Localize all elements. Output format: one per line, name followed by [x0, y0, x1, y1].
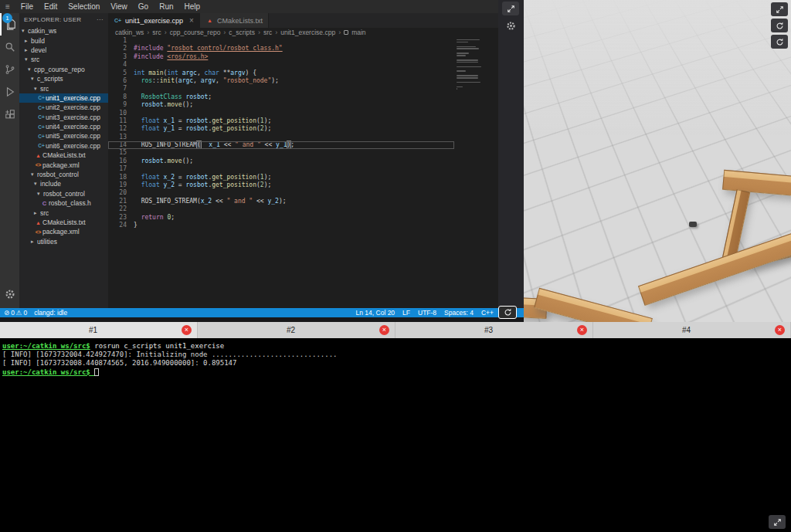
- tree-file-unit5-exercise-cpp[interactable]: C+unit5_exercise.cpp: [19, 131, 108, 141]
- reset-simulation-button[interactable]: [771, 35, 788, 49]
- menu-item-selection[interactable]: Selection: [63, 2, 105, 11]
- files-icon[interactable]: 1: [0, 13, 19, 36]
- settings-gear-icon[interactable]: [502, 19, 519, 32]
- tree-folder-src[interactable]: ▾src: [19, 83, 108, 93]
- chevron-right-icon: ▸: [34, 210, 40, 216]
- tree-folder-src[interactable]: ▸src: [19, 208, 108, 217]
- tree-file-unit3-exercise-cpp[interactable]: C+unit3_exercise.cpp: [19, 113, 108, 122]
- breadcrumb-item-0[interactable]: catkin_ws: [115, 29, 144, 36]
- terminal-panel[interactable]: user:~/catkin_ws/src$ rosrun c_scripts u…: [0, 338, 791, 532]
- code-line-3[interactable]: 3#include <ros/ros.h>: [108, 53, 454, 61]
- breadcrumb-item-1[interactable]: src: [152, 29, 161, 36]
- settings-gear-icon[interactable]: [0, 283, 19, 305]
- search-icon[interactable]: [0, 36, 19, 58]
- tree-folder-devel[interactable]: ▸devel: [19, 46, 108, 55]
- code-line-8[interactable]: 8 RosbotClass rosbot;: [108, 93, 454, 101]
- extensions-icon[interactable]: [0, 103, 19, 125]
- menu-item-run[interactable]: Run: [154, 2, 178, 11]
- tree-file-cmakelists-txt[interactable]: ▲CMakeLists.txt: [19, 218, 108, 227]
- encoding-indicator[interactable]: UTF-8: [418, 309, 436, 317]
- code-line-7[interactable]: 7: [108, 85, 454, 93]
- code-line-14[interactable]: 14 ROS_INFO_STREAM( x_1 << " and " << y_…: [108, 141, 454, 149]
- minimap[interactable]: [457, 37, 491, 90]
- code-line-11[interactable]: 11 float x_1 = rosbot.get_position(1);: [108, 117, 454, 125]
- code-line-15[interactable]: 15: [108, 149, 454, 157]
- problems-indicator[interactable]: ⊘ 0 ⚠ 0: [4, 309, 27, 317]
- tree-file-rosbot-class-h[interactable]: Crosbot_class.h: [19, 198, 108, 208]
- code-line-10[interactable]: 10: [108, 110, 454, 117]
- tree-folder-catkin-ws[interactable]: ▾catkin_ws: [19, 26, 108, 36]
- refresh-view-button[interactable]: [771, 19, 788, 32]
- close-terminal-icon[interactable]: ×: [182, 325, 192, 335]
- tab-unit1-exercise-cpp[interactable]: C+ unit1_exercise.cpp ×: [108, 13, 200, 28]
- code-line-5[interactable]: 5int main(int argc, char **argv) {: [108, 69, 454, 77]
- code-line-22[interactable]: 22: [108, 205, 454, 213]
- code-line-18[interactable]: 18 float x_2 = rosbot.get_position(1);: [108, 174, 454, 181]
- code-line-16[interactable]: 16 rosbot.move();: [108, 158, 454, 165]
- code-line-24[interactable]: 24}: [108, 222, 454, 229]
- code-line-2[interactable]: 2#include "rosbot_control/rosbot_class.h…: [108, 45, 454, 53]
- tree-folder-c-scripts[interactable]: ▾c_scripts: [19, 74, 108, 83]
- terminal-tab-4[interactable]: #4×: [593, 322, 791, 338]
- code-line-20[interactable]: 20: [108, 189, 454, 197]
- tree-file-unit1-exercise-cpp[interactable]: C+unit1_exercise.cpp: [19, 93, 108, 103]
- close-terminal-icon[interactable]: ×: [775, 325, 785, 335]
- tree-file-package-xml[interactable]: <>package.xml: [19, 227, 108, 236]
- menu-item-view[interactable]: View: [105, 2, 133, 11]
- code-line-12[interactable]: 12 float y_1 = rosbot.get_position(2);: [108, 125, 454, 133]
- source-control-icon[interactable]: [0, 58, 19, 80]
- code-line-21[interactable]: 21 ROS_INFO_STREAM(x_2 << " and " << y_2…: [108, 198, 454, 205]
- code-line-23[interactable]: 23 return 0;: [108, 214, 454, 222]
- clangd-status[interactable]: clangd: idle: [34, 309, 67, 317]
- tab-cmakelists-txt[interactable]: ▲ CMakeLists.txt: [200, 13, 269, 28]
- menu-item-help[interactable]: Help: [179, 2, 206, 11]
- code-lines[interactable]: 12#include "rosbot_control/rosbot_class.…: [108, 37, 454, 308]
- code-line-1[interactable]: 1: [108, 37, 454, 45]
- code-line-17[interactable]: 17: [108, 165, 454, 173]
- run-debug-icon[interactable]: [0, 80, 19, 103]
- breadcrumb-item-5[interactable]: unit1_exercise.cpp: [280, 29, 335, 36]
- menu-item-go[interactable]: Go: [133, 2, 154, 11]
- code-line-4[interactable]: 4: [108, 61, 454, 69]
- breadcrumb-item-3[interactable]: c_scripts: [229, 29, 255, 36]
- eol-indicator[interactable]: LF: [402, 309, 410, 317]
- expand-terminal-button[interactable]: [769, 515, 786, 529]
- breadcrumb-item-4[interactable]: src: [263, 29, 272, 36]
- tree-folder-rosbot-control[interactable]: ▾rosbot_control: [19, 189, 108, 198]
- menu-item-edit[interactable]: Edit: [39, 2, 63, 11]
- close-terminal-icon[interactable]: ×: [379, 325, 389, 335]
- tree-folder-utilities[interactable]: ▸utilities: [19, 237, 108, 246]
- language-indicator[interactable]: C++: [481, 309, 494, 317]
- terminal-tab-2[interactable]: #2×: [198, 322, 396, 338]
- close-tab-icon[interactable]: ×: [189, 16, 194, 25]
- code-line-19[interactable]: 19 float y_2 = rosbot.get_position(2);: [108, 181, 454, 189]
- expand-editor-button[interactable]: [502, 2, 519, 15]
- breadcrumb-item-6[interactable]: main: [351, 29, 365, 36]
- code-line-6[interactable]: 6 ros::init(argc, argv, "rosbot_node");: [108, 77, 454, 85]
- more-actions-icon[interactable]: ···: [97, 16, 104, 23]
- terminal-tab-3[interactable]: #3×: [396, 322, 593, 338]
- tree-folder-include[interactable]: ▾include: [19, 179, 108, 188]
- expand-gazebo-button[interactable]: [771, 2, 788, 16]
- indentation-indicator[interactable]: Spaces: 4: [444, 309, 474, 317]
- tree-folder-cpp-course-repo[interactable]: ▾cpp_course_repo: [19, 65, 108, 74]
- tree-file-package-xml[interactable]: <>package.xml: [19, 160, 108, 169]
- hamburger-menu-icon[interactable]: ≡: [0, 2, 15, 11]
- line-number: 13: [108, 134, 127, 141]
- cursor-position[interactable]: Ln 14, Col 20: [356, 309, 396, 317]
- code-line-9[interactable]: 9 rosbot.move();: [108, 101, 454, 109]
- tree-folder-build[interactable]: ▸build: [19, 36, 108, 45]
- code-line-13[interactable]: 13: [108, 134, 454, 141]
- tree-file-cmakelists-txt[interactable]: ▲CMakeLists.txt: [19, 151, 108, 160]
- tree-file-unit4-exercise-cpp[interactable]: C+unit4_exercise.cpp: [19, 122, 108, 131]
- reload-ide-button[interactable]: [498, 306, 517, 319]
- tree-file-unit2-exercise-cpp[interactable]: C+unit2_exercise.cpp: [19, 103, 108, 112]
- gazebo-viewport[interactable]: [524, 0, 791, 322]
- tree-file-unit6-exercise-cpp[interactable]: C+unit6_exercise.cpp: [19, 141, 108, 151]
- close-terminal-icon[interactable]: ×: [577, 325, 587, 335]
- tree-folder-rosbot-control[interactable]: ▾rosbot_control: [19, 170, 108, 179]
- breadcrumb-item-2[interactable]: cpp_course_repo: [170, 29, 221, 36]
- terminal-tab-1[interactable]: #1×: [0, 322, 198, 338]
- menu-item-file[interactable]: File: [15, 2, 39, 11]
- tree-folder-src[interactable]: ▾src: [19, 55, 108, 64]
